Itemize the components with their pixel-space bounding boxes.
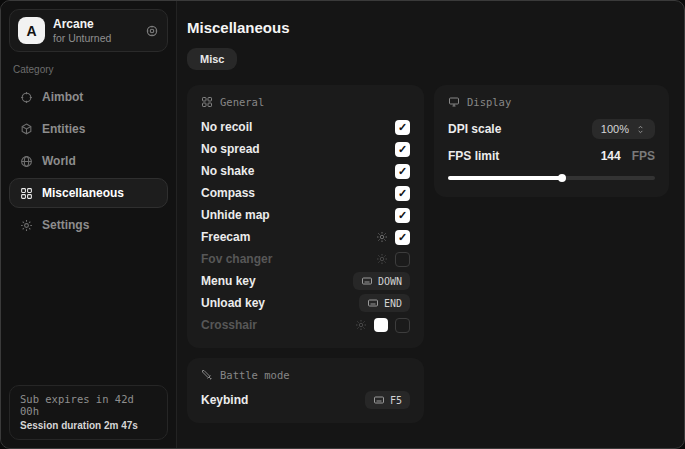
setting-label: No spread (201, 142, 260, 156)
sidebar-item-label: Entities (42, 122, 85, 136)
sidebar-item-label: Aimbot (42, 90, 83, 104)
no-recoil-checkbox[interactable]: ✓ (395, 120, 410, 135)
compass-checkbox[interactable]: ✓ (395, 186, 410, 201)
display-panel-title: Display (467, 96, 511, 108)
sub-expiry-text: Sub expires in 42d 00h (20, 393, 157, 417)
sidebar-item-label: Miscellaneous (42, 186, 124, 200)
keyboard-icon (361, 275, 373, 287)
tab-bar: Misc (187, 48, 669, 70)
setting-label: Crosshair (201, 318, 257, 332)
setting-label: No shake (201, 164, 254, 178)
setting-label: DPI scale (448, 122, 501, 136)
main-content: Miscellaneous Misc General (177, 1, 684, 448)
display-panel-header: Display (448, 96, 655, 108)
crosshair-color-swatch[interactable] (374, 318, 388, 332)
setting-row-freecam: Freecam ✓ (201, 226, 410, 248)
subscription-status-card: Sub expires in 42d 00h Session duration … (9, 385, 168, 440)
category-label: Category (13, 64, 164, 75)
layout-grid-icon (201, 96, 213, 108)
sidebar-item-miscellaneous[interactable]: Miscellaneous (9, 178, 168, 208)
unload-key-binding[interactable]: END (359, 294, 410, 312)
battle-mode-panel-title: Battle mode (220, 369, 290, 381)
no-spread-checkbox[interactable]: ✓ (395, 142, 410, 157)
sidebar-item-label: Settings (42, 218, 89, 232)
app-subtitle: for Unturned (53, 32, 111, 44)
setting-row-dpi-scale: DPI scale 100% (448, 116, 655, 142)
key-value: F5 (390, 395, 402, 406)
fps-limit-slider[interactable] (448, 171, 655, 185)
sidebar-item-world[interactable]: World (9, 146, 168, 176)
setting-label: No recoil (201, 120, 252, 134)
general-panel-title: General (220, 96, 264, 108)
freecam-settings-gear-icon[interactable] (376, 231, 388, 243)
setting-row-no-shake: No shake ✓ (201, 160, 410, 182)
setting-row-no-spread: No spread ✓ (201, 138, 410, 160)
key-value: DOWN (378, 276, 402, 287)
crosshair-icon (20, 91, 33, 104)
setting-row-fps-limit: FPS limit 144 FPS (448, 146, 655, 166)
fps-limit-value: 144 (601, 149, 621, 163)
chevrons-up-down-icon (635, 124, 646, 135)
app-logo: A (18, 17, 45, 44)
gear-icon (20, 219, 33, 232)
no-shake-checkbox[interactable]: ✓ (395, 164, 410, 179)
setting-row-compass: Compass ✓ (201, 182, 410, 204)
setting-row-crosshair: Crosshair ✓ (201, 314, 410, 336)
battle-mode-panel-header: Battle mode (201, 369, 410, 381)
slider-thumb[interactable] (558, 174, 566, 182)
setting-row-fov-changer: Fov changer ✓ (201, 248, 410, 270)
sidebar-item-label: World (42, 154, 76, 168)
key-value: END (384, 298, 402, 309)
setting-row-unload-key: Unload key END (201, 292, 410, 314)
grid-icon (20, 187, 33, 200)
cube-icon (20, 123, 33, 136)
general-panel: General No recoil ✓ No spread ✓ No shake… (187, 85, 424, 348)
keyboard-icon (373, 394, 385, 406)
setting-label: FPS limit (448, 149, 499, 163)
session-duration-text: Session duration 2m 47s (20, 420, 157, 431)
slider-fill (448, 176, 562, 180)
setting-label: Fov changer (201, 252, 272, 266)
setting-row-unhide-map: Unhide map ✓ (201, 204, 410, 226)
sidebar-item-settings[interactable]: Settings (9, 210, 168, 240)
setting-label: Freecam (201, 230, 250, 244)
dpi-scale-select[interactable]: 100% (592, 119, 655, 139)
setting-row-menu-key: Menu key DOWN (201, 270, 410, 292)
menu-key-binding[interactable]: DOWN (353, 272, 410, 290)
tab-misc[interactable]: Misc (187, 48, 237, 70)
dpi-scale-value: 100% (601, 123, 629, 135)
battle-keybind-binding[interactable]: F5 (365, 391, 410, 409)
fov-changer-settings-gear-icon[interactable] (376, 253, 388, 265)
app-name: Arcane (53, 17, 111, 31)
sidebar-item-entities[interactable]: Entities (9, 114, 168, 144)
sidebar: A Arcane for Unturned Category (1, 1, 177, 448)
sidebar-item-aimbot[interactable]: Aimbot (9, 82, 168, 112)
setting-row-battle-keybind: Keybind F5 (201, 389, 410, 411)
setting-label: Keybind (201, 393, 248, 407)
crosshair-settings-gear-icon[interactable] (355, 319, 367, 331)
app-logo-letter: A (26, 23, 36, 39)
setting-label: Unload key (201, 296, 265, 310)
battle-mode-panel: Battle mode Keybind F5 (187, 358, 424, 423)
crosshair-checkbox[interactable]: ✓ (395, 318, 410, 333)
panel-columns: General No recoil ✓ No spread ✓ No shake… (187, 85, 669, 423)
app-window: A Arcane for Unturned Category (0, 0, 685, 449)
right-column: Display DPI scale 100% (434, 85, 669, 197)
left-column: General No recoil ✓ No spread ✓ No shake… (187, 85, 424, 423)
app-title-block: Arcane for Unturned (53, 17, 111, 44)
sidebar-spacer (9, 240, 168, 385)
keyboard-icon (367, 297, 379, 309)
globe-icon (20, 155, 33, 168)
page-title: Miscellaneous (187, 19, 669, 36)
monitor-icon (448, 96, 460, 108)
sword-icon (201, 369, 213, 381)
setting-label: Compass (201, 186, 255, 200)
freecam-checkbox[interactable]: ✓ (395, 230, 410, 245)
fov-changer-checkbox[interactable]: ✓ (395, 252, 410, 267)
scan-icon[interactable] (145, 24, 159, 38)
general-panel-header: General (201, 96, 410, 108)
unhide-map-checkbox[interactable]: ✓ (395, 208, 410, 223)
app-header-card: A Arcane for Unturned (9, 9, 168, 52)
setting-row-no-recoil: No recoil ✓ (201, 116, 410, 138)
fps-limit-unit: FPS (632, 149, 655, 163)
